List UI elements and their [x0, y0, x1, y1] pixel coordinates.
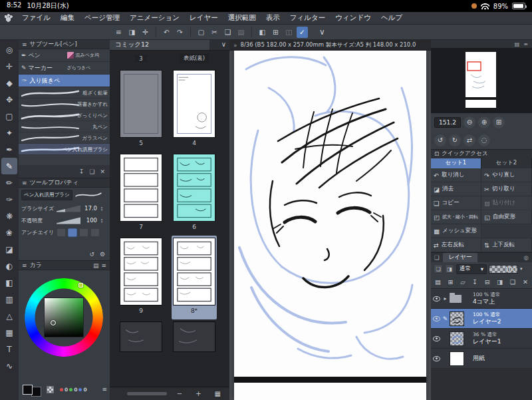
zoom-value-box[interactable]: 151.2 — [434, 117, 461, 128]
antialias-none-button[interactable] — [57, 228, 66, 237]
tool-settings-icon[interactable]: ⚙ — [100, 251, 105, 258]
snap-ruler-icon[interactable]: ◫ — [283, 27, 295, 38]
delete-layer-icon[interactable]: ✕ — [523, 278, 528, 286]
qa-flip-vertical[interactable]: ⇅ 上下反転 — [481, 238, 532, 252]
antialias-weak-button[interactable] — [68, 228, 77, 237]
object-tool-icon[interactable]: ◆ — [1, 75, 17, 91]
page-manager-tab[interactable]: コミック12 — [110, 40, 209, 50]
color-wheel[interactable] — [25, 278, 103, 357]
layers-tab[interactable]: レイヤー — [443, 253, 478, 262]
layer-property-button[interactable]: ❏ — [434, 264, 443, 274]
palette-dock-icon[interactable]: ≡ — [113, 27, 124, 38]
page-zoom-in-button[interactable]: + — [192, 390, 204, 397]
rotate-right-button[interactable]: ↻ — [449, 134, 461, 146]
new-raster-layer-icon[interactable]: ▤ — [435, 278, 441, 286]
sv-marker[interactable] — [51, 320, 56, 325]
blend-mode-select[interactable]: 通常 ▾ — [456, 264, 487, 274]
drawing-page[interactable] — [234, 51, 426, 400]
menu-view[interactable]: 表示 — [261, 12, 285, 24]
fill-icon[interactable]: ◧ — [257, 27, 268, 38]
subtool-beta-brush[interactable]: 混みペタ均 — [65, 49, 110, 61]
brush-size-stepper[interactable]: ▴▾ — [99, 206, 104, 211]
subtool-group-pen[interactable]: ✒ ペン — [19, 49, 65, 61]
qa-cut[interactable]: ✂ 切り取り — [481, 182, 532, 196]
grid-icon[interactable]: ⊞ — [270, 27, 281, 38]
menu-layer[interactable]: レイヤー — [185, 12, 223, 24]
page-thumb-7[interactable]: 7 — [118, 152, 164, 236]
reset-view-button[interactable]: ◌ — [478, 134, 490, 146]
pen-tool-icon[interactable]: ✎ — [1, 158, 17, 174]
opacity-slider[interactable] — [57, 217, 80, 224]
hand-gesture-icon[interactable]: ✛ — [140, 27, 151, 38]
selection-tool-icon[interactable]: ▢ — [1, 108, 17, 124]
main-color-swatch[interactable] — [23, 385, 33, 395]
hue-marker[interactable] — [78, 283, 83, 288]
page-thumb-partial[interactable] — [118, 319, 164, 352]
page-zoom-out-button[interactable]: − — [174, 390, 186, 397]
subtool-rough-pen[interactable]: ざらつきペ — [65, 62, 110, 74]
eraser-tool-icon[interactable]: ◪ — [1, 241, 17, 258]
page-thumb-partial[interactable] — [172, 319, 217, 352]
zoom-in-button[interactable]: ⊕ — [478, 116, 490, 128]
navigator-options-icon[interactable]: ▤ — [515, 41, 520, 47]
qa-paste[interactable]: ▤ 貼り付け — [481, 196, 532, 210]
gradient-tool-icon[interactable]: ▥ — [1, 291, 17, 307]
opacity-stepper-icon[interactable]: ▾ — [520, 266, 523, 272]
layer-move-tool-icon[interactable]: ✥ — [1, 91, 17, 108]
page-label-cover-back[interactable]: 表紙(裏) — [180, 54, 209, 63]
airbrush-tool-icon[interactable]: ❋ — [1, 208, 17, 224]
visibility-eye-icon[interactable] — [433, 316, 440, 321]
navigator-menu-icon[interactable]: ≡ — [523, 41, 528, 47]
page-thumb-8-selected[interactable]: 8* — [172, 236, 217, 319]
brush-item[interactable]: 丸ペン — [19, 121, 110, 132]
qa-tab-set1[interactable]: セット1 — [431, 158, 481, 168]
page-thumb-5[interactable]: 5 — [118, 68, 164, 152]
color-set-icon[interactable]: ▤ — [93, 262, 99, 269]
chevron-down-icon[interactable]: ∨ — [221, 41, 226, 48]
import-subtool-icon[interactable]: ↧ — [79, 168, 84, 175]
menu-animation[interactable]: アニメーション — [125, 12, 184, 24]
cut-icon[interactable]: ✂ — [209, 27, 220, 38]
layer-mask-icon[interactable]: ◨ — [497, 278, 503, 286]
decoration-tool-icon[interactable]: ❀ — [1, 224, 17, 241]
app-logo-icon[interactable] — [4, 14, 13, 23]
new-vector-layer-icon[interactable]: ⊞ — [448, 278, 454, 286]
qa-flip-horizontal[interactable]: ⇄ 左右反転 — [431, 238, 481, 252]
menu-edit[interactable]: 編集 — [56, 12, 79, 24]
transparent-color-swatch[interactable] — [47, 386, 54, 393]
blend-tool-icon[interactable]: ◐ — [1, 258, 17, 274]
qa-free-transform[interactable]: ◱ 自由変形 — [481, 210, 532, 224]
qa-tab-set2[interactable]: セット2 — [481, 158, 532, 168]
rotate-left-button[interactable]: ↺ — [434, 134, 446, 146]
navigator-thumbnail[interactable] — [466, 52, 496, 108]
duplicate-layer-icon[interactable]: ❏ — [510, 278, 516, 286]
menu-window[interactable]: ウィンドウ — [331, 12, 376, 24]
fill-tool-icon[interactable]: ◧ — [1, 274, 17, 291]
undo-icon[interactable]: ↶ — [161, 27, 172, 38]
navigator-preview[interactable] — [431, 48, 532, 113]
qa-copy[interactable]: ❏ コピー — [431, 196, 481, 210]
layer-palette-icon[interactable]: ❏ — [434, 254, 440, 261]
brush-item[interactable]: 粗ざく鉛筆 — [19, 87, 110, 99]
color-menu-icon[interactable]: ≡ — [101, 262, 106, 269]
layer-row-layer2-selected[interactable]: ✎ 100 % 通常 レイヤー2 — [431, 309, 532, 329]
layer-opacity-slider[interactable]: 100 — [489, 265, 518, 274]
antialias-strong-button[interactable] — [90, 228, 100, 237]
color-settings-icon[interactable]: ≡ — [102, 386, 107, 393]
opacity-stepper[interactable]: ▴▾ — [99, 218, 104, 223]
reset-tool-icon[interactable]: ↺ — [89, 251, 94, 258]
qa-undo[interactable]: ↶ 取り消し — [431, 168, 481, 182]
text-tool-icon[interactable]: T — [1, 341, 17, 357]
menu-selection[interactable]: 選択範囲 — [223, 12, 261, 24]
copy-icon[interactable]: ❏ — [222, 27, 233, 38]
menu-page-manage[interactable]: ページ管理 — [80, 12, 124, 24]
layer-row-paper[interactable]: 用紙 — [431, 349, 532, 369]
deselect-icon[interactable]: ▢ — [196, 27, 207, 38]
page-label-3[interactable]: 3 — [135, 55, 146, 63]
brush-item-selected[interactable]: ペン入れ汎用ブラシ — [19, 144, 110, 155]
qa-mesh-transform[interactable]: ▦ メッシュ変形 — [431, 224, 481, 238]
fit-screen-button[interactable]: ⊞ — [493, 116, 505, 128]
auto-select-tool-icon[interactable]: ✦ — [1, 124, 17, 141]
panel-menu-icon[interactable]: ≡ — [22, 262, 27, 269]
brush-item[interactable]: ざっくりペン — [19, 110, 110, 121]
